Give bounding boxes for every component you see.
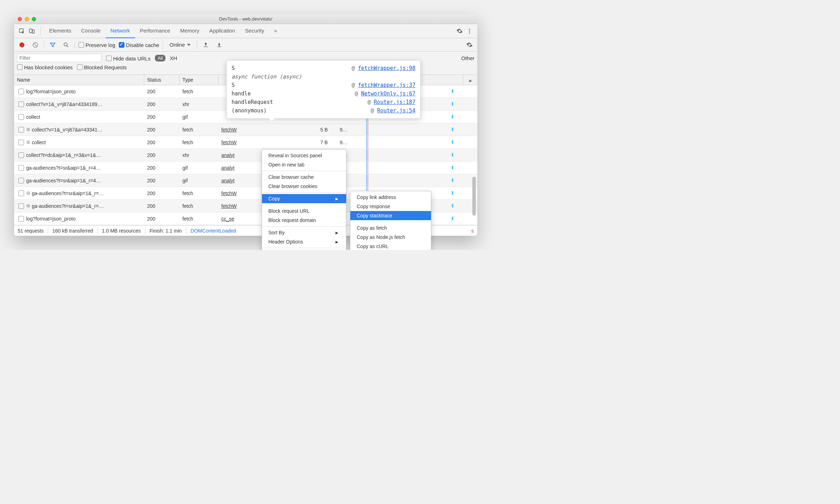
table-row[interactable]: ga-audiences?t=sr&aip=1&_r=4…200gifanaly… xyxy=(14,162,477,174)
service-worker-gear-icon: ⚙ xyxy=(26,140,30,145)
ctx-copy-submenu[interactable]: Copy▶ xyxy=(262,194,346,203)
request-status: 200 xyxy=(144,216,180,222)
frame-location-link[interactable]: Router.js:187 xyxy=(374,99,415,105)
table-row[interactable]: ⚙collect?v=1&_v=j87&a=43341…200fetchfetc… xyxy=(14,123,477,136)
svg-point-7 xyxy=(64,43,67,46)
ctx-copy-curl[interactable]: Copy as cURL xyxy=(350,242,431,250)
request-waterfall xyxy=(356,123,463,136)
request-initiator[interactable]: fetchW xyxy=(218,127,317,133)
filter-type-other[interactable]: Other xyxy=(461,55,474,61)
filter-input[interactable] xyxy=(17,54,102,62)
network-settings-gear-icon[interactable] xyxy=(465,40,474,50)
clear-icon[interactable] xyxy=(30,40,40,50)
titlebar: DevTools - web.dev/vitals/ xyxy=(14,14,477,24)
row-checkbox[interactable] xyxy=(18,216,24,222)
request-status: 200 xyxy=(144,203,180,209)
table-row[interactable]: collect?t=dc&aip=1&_r=3&v=1&…200xhranaly… xyxy=(14,149,477,162)
hide-data-urls-label: Hide data URLs xyxy=(113,55,151,61)
row-checkbox[interactable] xyxy=(18,114,24,120)
request-name: collect xyxy=(26,114,40,120)
request-status: 200 xyxy=(144,89,180,94)
kebab-menu-icon[interactable] xyxy=(465,26,474,36)
hide-data-urls-checkbox[interactable]: Hide data URLs xyxy=(106,55,151,61)
frame-at: @ xyxy=(351,82,358,88)
blocked-requests-label: Blocked Requests xyxy=(84,64,127,70)
inspect-element-icon[interactable] xyxy=(17,26,27,36)
column-type[interactable]: Type xyxy=(180,75,218,85)
tab-performance[interactable]: Performance xyxy=(135,24,175,38)
request-name: log?format=json_proto xyxy=(26,89,76,94)
table-row[interactable]: ⚙collect200fetchfetchW7 B9… xyxy=(14,136,477,149)
submenu-arrow-icon: ▶ xyxy=(336,240,338,244)
filter-type-xhr[interactable]: XH xyxy=(170,55,177,61)
frame-at: @ xyxy=(368,99,374,105)
filter-funnel-icon[interactable] xyxy=(48,40,58,50)
frame-location-link[interactable]: NetworkOnly.js:67 xyxy=(361,90,415,97)
column-status[interactable]: Status xyxy=(144,75,180,85)
disable-cache-checkbox[interactable]: Disable cache xyxy=(119,41,159,48)
request-type: fetch xyxy=(180,89,218,94)
tooltip-async-divider: async function (async) xyxy=(232,72,415,81)
device-toolbar-icon[interactable] xyxy=(27,26,37,36)
blocked-requests-checkbox[interactable]: Blocked Requests xyxy=(77,64,127,70)
ctx-copy-link[interactable]: Copy link address xyxy=(350,193,431,202)
download-har-icon[interactable] xyxy=(214,40,224,50)
settings-gear-icon[interactable] xyxy=(455,26,465,36)
upload-har-icon[interactable] xyxy=(201,40,211,50)
frame-location-link[interactable]: Router.js:54 xyxy=(377,107,415,114)
tab-elements[interactable]: Elements xyxy=(44,24,76,38)
has-blocked-cookies-checkbox[interactable]: Has blocked cookies xyxy=(17,64,73,70)
search-icon[interactable] xyxy=(61,40,71,50)
ctx-block-domain[interactable]: Block request domain xyxy=(262,216,346,225)
throttle-value: Online xyxy=(169,42,185,48)
frame-location-link[interactable]: fetchWrapper.js:98 xyxy=(358,65,415,71)
row-checkbox[interactable] xyxy=(18,140,24,145)
vertical-scrollbar[interactable] xyxy=(470,106,477,225)
request-name: ga-audiences?t=sr&aip=1&_r=4… xyxy=(26,178,101,183)
row-checkbox[interactable] xyxy=(18,165,24,171)
column-sort[interactable] xyxy=(463,75,477,85)
frame-function: S xyxy=(232,82,235,88)
throttle-select[interactable]: Online xyxy=(167,42,193,48)
scrollbar-thumb[interactable] xyxy=(472,177,476,216)
status-finish: Finish: 1.1 min xyxy=(150,228,182,234)
ctx-copy-stacktrace[interactable]: Copy stacktrace xyxy=(350,211,431,220)
tab-application[interactable]: Application xyxy=(204,24,240,38)
row-checkbox[interactable] xyxy=(18,127,24,133)
ctx-sort-by[interactable]: Sort By▶ xyxy=(262,228,346,237)
tab-console[interactable]: Console xyxy=(76,24,106,38)
frame-function: (anonymous) xyxy=(232,107,267,114)
row-checkbox[interactable] xyxy=(18,152,24,158)
filter-type-all[interactable]: All xyxy=(155,55,165,61)
tab-network[interactable]: Network xyxy=(106,24,135,38)
request-initiator[interactable]: fetchW xyxy=(218,140,317,145)
row-checkbox[interactable] xyxy=(18,178,24,183)
ctx-block-url[interactable]: Block request URL xyxy=(262,206,346,216)
tab-security[interactable]: Security xyxy=(240,24,269,38)
ctx-copy-node-fetch[interactable]: Copy as Node.js fetch xyxy=(350,233,431,242)
tabs-overflow[interactable]: » xyxy=(269,24,282,38)
ctx-open-new-tab[interactable]: Open in new tab xyxy=(262,160,346,169)
record-button[interactable] xyxy=(17,40,27,50)
ctx-copy-fetch[interactable]: Copy as fetch xyxy=(350,223,431,233)
request-waterfall xyxy=(356,162,463,174)
status-transferred: 160 kB transferred xyxy=(52,228,93,234)
column-name[interactable]: Name xyxy=(14,75,144,85)
preserve-log-checkbox[interactable]: Preserve log xyxy=(78,41,115,48)
ctx-copy-response[interactable]: Copy response xyxy=(350,202,431,211)
frame-function: handle xyxy=(232,90,251,97)
row-checkbox[interactable] xyxy=(18,101,24,107)
row-checkbox[interactable] xyxy=(18,89,24,94)
ctx-header-options[interactable]: Header Options▶ xyxy=(262,237,346,246)
status-requests: 51 requests xyxy=(18,228,43,234)
ctx-clear-cache[interactable]: Clear browser cache xyxy=(262,172,346,182)
frame-location-link[interactable]: fetchWrapper.js:37 xyxy=(358,82,415,88)
table-row[interactable]: ga-audiences?t=sr&aip=1&_r=4…200gifanaly… xyxy=(14,174,477,187)
ctx-clear-cookies[interactable]: Clear browser cookies xyxy=(262,182,346,191)
row-checkbox[interactable] xyxy=(18,203,24,209)
svg-point-5 xyxy=(469,32,470,33)
tab-memory[interactable]: Memory xyxy=(175,24,204,38)
ctx-save-har[interactable]: Save all as HAR with content xyxy=(262,250,346,250)
row-checkbox[interactable] xyxy=(18,191,24,196)
ctx-reveal-sources[interactable]: Reveal in Sources panel xyxy=(262,151,346,160)
